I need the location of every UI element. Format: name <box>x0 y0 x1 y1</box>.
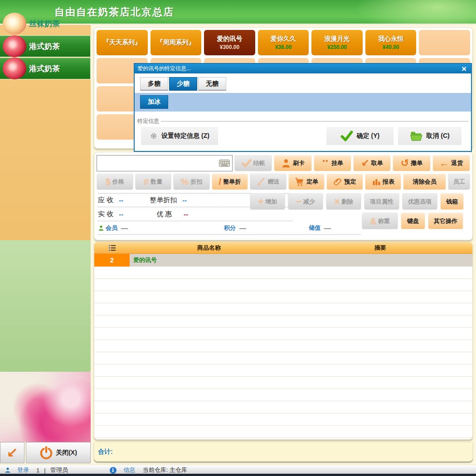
preferential-options-button[interactable]: 优惠选项 <box>402 193 437 210</box>
info-icon: i <box>110 467 117 474</box>
red-rose-icon <box>3 35 26 57</box>
report-button[interactable]: 报表 <box>365 174 402 190</box>
product-button-zhouzhou[interactable]: 『周周系列』 <box>151 30 202 55</box>
product-name: 『天天系列』 <box>103 39 141 47</box>
product-button-empty[interactable] <box>419 30 470 55</box>
cancel-button[interactable]: 取消 (C) <box>398 127 461 145</box>
staff-button[interactable]: 员工 <box>448 174 470 190</box>
swipe-card-button[interactable]: 刷卡 <box>274 155 311 171</box>
table-row-selected[interactable]: 2 爱的讯号 <box>94 254 472 267</box>
row-quantity: 2 <box>94 254 130 267</box>
ice-option-add[interactable]: 加冰 <box>140 95 168 109</box>
percent-icon: % <box>180 177 189 186</box>
table-row-empty <box>94 413 472 426</box>
staff-label: 员工 <box>453 178 465 186</box>
sugar-option-more[interactable]: 多糖 <box>140 77 168 91</box>
minimize-back-button[interactable]: ↙ <box>0 442 24 463</box>
points-label: 积分 <box>224 224 236 232</box>
login-label[interactable]: 登录 <box>17 466 29 474</box>
sidebar-item-label: 港式奶茶 <box>29 63 60 74</box>
received-value: -- <box>119 210 123 218</box>
reserve-button[interactable]: 预定 <box>326 174 363 190</box>
sidebar-green-area <box>0 240 91 372</box>
cancel-order-button[interactable]: ↺ 撤单 <box>393 155 430 171</box>
table-row-empty <box>94 303 472 316</box>
product-button-ainijiujiu[interactable]: 爱你久久 ¥36.00 <box>258 30 309 55</box>
cancel-order-label: 撤单 <box>411 159 423 167</box>
add-item-button[interactable]: + 增加 <box>250 193 285 210</box>
product-price: ¥36.00 <box>275 44 292 50</box>
reserve-label: 预定 <box>344 178 356 186</box>
stored-value-value: — <box>324 224 331 232</box>
product-button-langmanyueguang[interactable]: 浪漫月光 ¥250.00 <box>311 30 363 55</box>
return-goods-label: 退货 <box>451 159 463 167</box>
row-summary <box>288 254 472 267</box>
table-row-empty <box>94 364 472 377</box>
cash-drawer-button[interactable]: 钱箱 <box>440 193 464 210</box>
total-bar: 合计: <box>94 442 473 461</box>
table-row-empty <box>94 267 472 279</box>
folder-icon <box>410 130 423 142</box>
sidebar-item-hk-milktea-2[interactable]: 港式奶茶 <box>0 58 91 79</box>
sugar-option-less[interactable]: 少糖 <box>169 77 197 91</box>
product-name: 『周周系列』 <box>157 39 195 47</box>
sidebar-item-silk-milktea[interactable]: 丝袜奶茶 <box>0 13 91 34</box>
order-button[interactable]: 定单 <box>288 174 325 190</box>
order-label: 定单 <box>306 178 318 186</box>
delete-item-button[interactable]: × 删除 <box>326 193 361 210</box>
discount-button[interactable]: % 折扣 <box>173 174 210 190</box>
separator: | <box>44 467 45 474</box>
table-row-empty <box>94 340 472 352</box>
gift-button[interactable]: 赠送 <box>250 174 287 190</box>
points-value: — <box>239 224 246 232</box>
member-row: 会员 — 积分 — 储值 — <box>98 221 361 235</box>
numbered-list-icon <box>108 244 116 252</box>
sidebar-item-hk-milktea-1[interactable]: 港式奶茶 <box>0 35 91 57</box>
whole-discount-info-label: 整单折扣 <box>150 196 177 204</box>
info-label[interactable]: 信息 <box>124 466 136 474</box>
weigh-button[interactable]: & 称重 <box>362 213 398 229</box>
product-button-woxinyongheng[interactable]: 我心永恒 ¥40.00 <box>365 30 417 55</box>
specific-info-label: 特定信息 <box>137 117 159 125</box>
preferential-options-label: 优惠选项 <box>408 198 432 206</box>
barcode-search-input[interactable] <box>97 155 233 171</box>
product-price: ¥300.00 <box>220 44 239 50</box>
settle-button[interactable]: 结帐 <box>234 155 272 171</box>
check-icon <box>242 158 252 168</box>
items-table-header: 商品名称 摘要 <box>94 242 472 254</box>
power-icon <box>39 446 53 460</box>
price-button[interactable]: $ 价格 <box>97 174 133 190</box>
close-app-button[interactable]: 关闭(X) <box>26 442 91 463</box>
other-operations-button[interactable]: 其它操作 <box>428 213 463 229</box>
retrieve-order-button[interactable]: ↙ 取单 <box>353 155 391 171</box>
reduce-item-button[interactable]: − 减少 <box>288 193 323 210</box>
product-button-aidexunhao[interactable]: 爱的讯号 ¥300.00 <box>204 30 255 55</box>
product-name: 爱你久久 <box>271 35 296 43</box>
table-row-empty <box>94 352 472 364</box>
whole-discount-button[interactable]: / 整单折 <box>212 174 248 190</box>
red-rose-icon <box>3 58 26 79</box>
quantity-button[interactable]: # 数量 <box>135 174 172 190</box>
ampersand-icon: & <box>370 217 376 226</box>
bottom-edge <box>0 474 476 476</box>
gear-icon <box>150 132 158 140</box>
table-row-empty <box>94 389 472 401</box>
sidebar-item-label: 丝袜奶茶 <box>29 19 60 29</box>
discount-label: 折扣 <box>190 178 202 186</box>
sugar-option-none[interactable]: 无糖 <box>198 77 226 91</box>
undo-icon: ↺ <box>401 158 409 168</box>
dialog-title-bar[interactable]: 爱的讯号的特定信息... × <box>135 64 471 73</box>
product-button-tiantian[interactable]: 『天天系列』 <box>97 30 148 55</box>
hash-icon: # <box>144 177 149 186</box>
clear-member-button[interactable]: 清除会员 <box>403 174 446 190</box>
hold-order-button[interactable]: “ 挂单 <box>314 155 351 171</box>
item-attributes-button[interactable]: 项目属性 <box>364 193 399 210</box>
check-icon <box>340 130 353 142</box>
set-specific-info-button[interactable]: 设置特定信息 (Z) <box>141 127 218 145</box>
keypad-button[interactable]: 键盘 <box>401 213 425 229</box>
product-name: 我心永恒 <box>378 35 403 43</box>
return-goods-button[interactable]: ← 退货 <box>432 155 470 171</box>
keypad-label: 键盘 <box>407 217 419 225</box>
ok-button[interactable]: 确定 (Y) <box>326 127 393 145</box>
dialog-close-icon[interactable]: × <box>460 64 468 73</box>
